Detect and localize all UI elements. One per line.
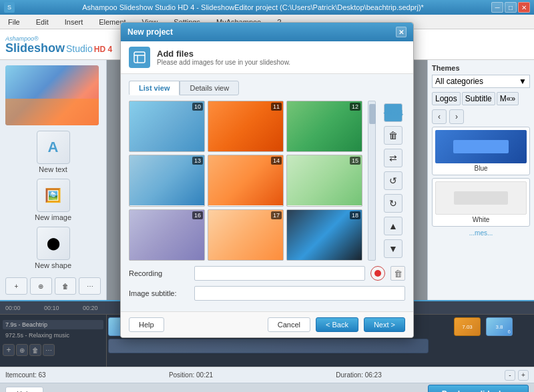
- themes-next-button[interactable]: ›: [449, 109, 464, 124]
- app-icon: S: [4, 2, 15, 13]
- title-bar: S Ashampoo Slideshow Studio HD 4 - Slide…: [0, 0, 534, 15]
- recording-label: Recording: [129, 269, 189, 277]
- image-badge-16: 16: [192, 211, 203, 219]
- image-badge-15: 15: [350, 157, 360, 165]
- tab-logos[interactable]: Logos: [432, 92, 461, 105]
- image-name-18: NewYork: [287, 260, 362, 261]
- image-name-14: _19846968: [208, 205, 283, 206]
- cancel-button[interactable]: Cancel: [268, 317, 310, 332]
- recording-input[interactable]: [194, 266, 365, 281]
- duration: Duration: 06:23: [336, 371, 381, 379]
- image-item-12[interactable]: 12 30263212: [286, 101, 362, 152]
- record-button[interactable]: [370, 266, 385, 281]
- image-badge-18: 18: [350, 211, 360, 219]
- image-item-14[interactable]: 14 _19846968: [208, 155, 284, 206]
- panel-add-btn[interactable]: +: [5, 277, 27, 295]
- image-item-15[interactable]: 15 _26104816: [286, 155, 362, 206]
- add-files-button[interactable]: +194: [384, 103, 403, 122]
- image-badge-11: 11: [271, 103, 282, 111]
- panel-more-btn[interactable]: ⋯: [79, 277, 101, 295]
- panel-copy-btn[interactable]: ⊕: [30, 277, 52, 295]
- maximize-button[interactable]: □: [505, 2, 517, 13]
- dialog-header-subtitle: Please add images for use in your slides…: [157, 59, 290, 66]
- theme-blue[interactable]: Blue: [432, 127, 530, 175]
- timeline-clip-r2[interactable]: 3.8 6: [486, 317, 513, 336]
- timeline-add-btn[interactable]: +: [3, 344, 15, 356]
- next-button[interactable]: Next >: [364, 317, 405, 332]
- dialog-close-button[interactable]: ✕: [396, 27, 407, 37]
- svg-rect-0: [134, 52, 145, 63]
- dialog-help-button[interactable]: Help: [129, 317, 164, 332]
- panel-del-btn[interactable]: 🗑: [55, 277, 77, 295]
- close-button[interactable]: ✕: [518, 2, 530, 13]
- move-up-button[interactable]: ▲: [384, 217, 403, 235]
- tab-m[interactable]: M«»: [497, 92, 519, 105]
- timeline-more-btn[interactable]: ⋯: [43, 344, 55, 356]
- rotate-ccw-button[interactable]: ↺: [384, 171, 403, 190]
- new-shape-label: New shape: [35, 261, 71, 269]
- itemcount: Itemcount: 63: [5, 371, 46, 379]
- rotate-cw-button[interactable]: ↻: [384, 194, 403, 213]
- left-panel: A New text 🖼️ New image ⬤ New shape + ⊕ …: [0, 60, 107, 300]
- dialog-title: New project: [127, 27, 173, 37]
- image-item-18[interactable]: 18 NewYork: [286, 209, 362, 261]
- minimize-button[interactable]: ─: [491, 2, 503, 13]
- new-shape-icon[interactable]: ⬤: [37, 227, 70, 260]
- themes-prev-button[interactable]: ‹: [432, 109, 447, 124]
- themes-dropdown[interactable]: All categories ▼: [432, 75, 530, 88]
- center-content: New project ✕ Add fi: [107, 60, 427, 300]
- delete-file-button[interactable]: 🗑: [384, 126, 403, 145]
- timeline-clip-r1[interactable]: 7.03: [454, 317, 481, 336]
- recording-delete-button[interactable]: 🗑: [390, 266, 405, 281]
- image-item-13[interactable]: 13 52282200_M: [129, 155, 205, 206]
- image-item-11[interactable]: 11 30248994: [208, 101, 284, 152]
- theme-white-preview: [435, 181, 527, 215]
- image-name-10: 23558726: [129, 151, 204, 152]
- view-tabs: List view Details view: [129, 81, 405, 95]
- new-image-icon[interactable]: 🖼️: [37, 179, 70, 212]
- timeline-left: 7.9s - Beachtrip 972.5s - Relaxing music…: [0, 315, 107, 367]
- menu-insert[interactable]: Insert: [62, 17, 86, 27]
- image-item-17[interactable]: 17 Moscow: [208, 209, 284, 261]
- logo-studio: Studio: [66, 43, 93, 54]
- menu-edit[interactable]: Edit: [33, 17, 51, 27]
- tab-list-view[interactable]: List view: [129, 81, 180, 95]
- theme-blue-label: Blue: [474, 165, 487, 172]
- themes-dropdown-label: All categories: [435, 77, 483, 86]
- dialog-footer: Help Cancel < Back Next >: [121, 311, 413, 337]
- zoom-out-button[interactable]: -: [505, 370, 515, 381]
- dialog-title-bar: New project ✕: [121, 23, 413, 41]
- tab-subtitle[interactable]: Subtitle: [462, 92, 495, 105]
- theme-white-label: White: [473, 216, 490, 223]
- bottom-bar: Help Produce slideshow: [0, 383, 534, 392]
- more-themes-link[interactable]: ...mes...: [432, 229, 530, 237]
- new-image-tool[interactable]: 🖼️ New image: [5, 179, 101, 221]
- timeline-audio-clip[interactable]: [108, 339, 429, 353]
- zoom-in-button[interactable]: +: [518, 370, 529, 381]
- swap-button[interactable]: ⇄: [384, 149, 403, 167]
- new-text-tool[interactable]: A New text: [5, 131, 101, 173]
- grid-scrollbar-thumb[interactable]: [369, 104, 376, 124]
- tab-details-view[interactable]: Details view: [180, 81, 239, 95]
- timeline-copy-btn[interactable]: ⊕: [16, 344, 28, 356]
- subtitle-row: Image subtitle:: [129, 286, 405, 301]
- image-item-10[interactable]: 10 23558726: [129, 101, 205, 152]
- theme-white[interactable]: White: [432, 178, 530, 227]
- back-button[interactable]: < Back: [316, 317, 358, 332]
- right-panel: Themes All categories ▼ Logos Subtitle M…: [427, 60, 534, 300]
- grid-side-controls: +194 🗑 ⇄ ↺ ↻ ▲ ▼: [381, 101, 405, 261]
- image-item-16[interactable]: 16 l_16613215: [129, 209, 205, 261]
- new-text-icon[interactable]: A: [37, 131, 70, 164]
- produce-slideshow-button[interactable]: Produce slideshow: [428, 385, 529, 393]
- timeline-label-audio: 972.5s - Relaxing music: [3, 331, 103, 340]
- subtitle-input[interactable]: [194, 286, 405, 301]
- grid-scrollbar[interactable]: [368, 101, 376, 261]
- new-shape-tool[interactable]: ⬤ New shape: [5, 227, 101, 269]
- logo-hd: HD 4: [94, 45, 112, 54]
- image-grid: 10 23558726 11 30248994: [129, 101, 362, 261]
- dialog-header: Add files Please add images for use in y…: [121, 41, 413, 74]
- help-button[interactable]: Help: [5, 387, 43, 393]
- timeline-del-btn[interactable]: 🗑: [29, 344, 41, 356]
- menu-file[interactable]: File: [5, 17, 23, 27]
- move-down-button[interactable]: ▼: [384, 239, 403, 258]
